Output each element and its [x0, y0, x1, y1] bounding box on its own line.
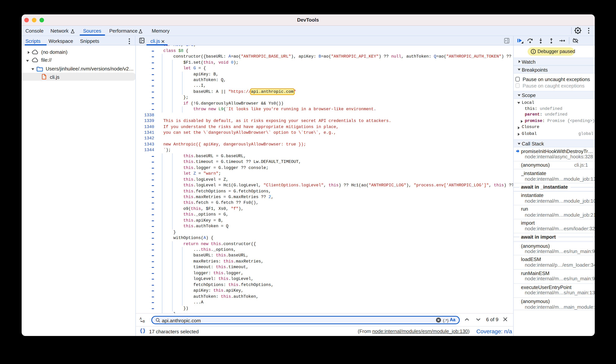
- svg-text:A: A: [140, 317, 142, 320]
- svg-text:B: B: [142, 320, 144, 323]
